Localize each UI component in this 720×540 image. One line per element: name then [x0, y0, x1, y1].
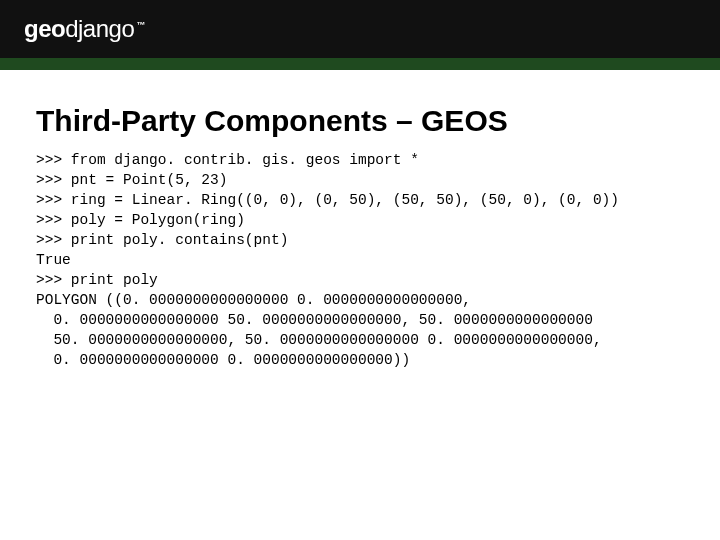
slide-title: Third-Party Components – GEOS	[36, 104, 684, 138]
code-block: >>> from django. contrib. gis. geos impo…	[36, 150, 684, 370]
slide-header: geodjango™	[0, 0, 720, 70]
logo-django-text: django	[65, 15, 134, 42]
logo-trademark: ™	[136, 20, 145, 30]
logo-geo-text: geo	[24, 15, 65, 42]
slide-content: Third-Party Components – GEOS >>> from d…	[0, 70, 720, 370]
geodjango-logo: geodjango™	[24, 15, 145, 43]
